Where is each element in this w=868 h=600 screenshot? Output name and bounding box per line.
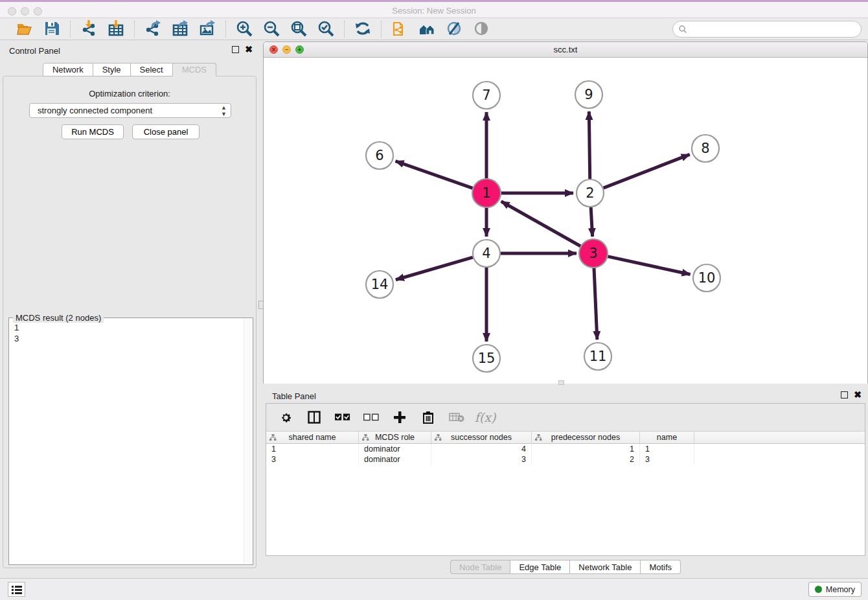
- select-all-icon[interactable]: [335, 410, 350, 425]
- result-scrollbar[interactable]: [244, 319, 252, 564]
- close-panel-button[interactable]: Close panel: [132, 124, 200, 139]
- network-graph: 7968124314101511: [264, 58, 867, 384]
- eye-icon[interactable]: [472, 20, 490, 38]
- network-canvas[interactable]: 7968124314101511: [264, 58, 867, 384]
- graph-node-label-15: 15: [478, 351, 496, 366]
- zoom-out-icon[interactable]: [262, 20, 280, 38]
- node-table: shared nameMCDS rolesuccessor nodesprede…: [266, 431, 865, 465]
- cell-name[interactable]: 3: [640, 454, 694, 465]
- cell-shared-name[interactable]: 3: [266, 454, 359, 465]
- unselect-all-icon[interactable]: [363, 410, 379, 425]
- tab-edge-table[interactable]: Edge Table: [510, 560, 570, 574]
- graph-node-label-7: 7: [482, 87, 490, 103]
- toolbar-group: [382, 20, 499, 38]
- edge-4-14[interactable]: [396, 257, 473, 280]
- edge-3-11[interactable]: [594, 268, 597, 340]
- tab-network[interactable]: Network: [43, 63, 93, 76]
- network-window-titlebar[interactable]: × – + scc.txt: [264, 42, 867, 58]
- save-session-icon[interactable]: [43, 20, 61, 38]
- zoom-in-icon[interactable]: [235, 20, 253, 38]
- column-header-MCDS-role[interactable]: MCDS role: [359, 432, 431, 443]
- cell-predecessor-nodes[interactable]: 2: [532, 454, 640, 465]
- table-row[interactable]: 1dominator411: [266, 444, 865, 454]
- import-network-icon[interactable]: [80, 20, 98, 38]
- app-title-bar: Session: New Session: [0, 0, 868, 18]
- export-network-icon[interactable]: [144, 20, 162, 38]
- criterion-dropdown[interactable]: strongly connected component ▲▼: [29, 103, 231, 118]
- horizontal-splitter-grip[interactable]: [558, 380, 564, 385]
- task-history-button[interactable]: [8, 582, 25, 597]
- mcds-tab-content: Optimization criterion: strongly connect…: [3, 76, 257, 568]
- edge-1-6[interactable]: [396, 161, 474, 189]
- graph-node-label-14: 14: [371, 277, 389, 292]
- home-icon[interactable]: [418, 20, 436, 38]
- column-header-predecessor-nodes[interactable]: predecessor nodes: [532, 432, 640, 443]
- edge-2-3[interactable]: [591, 207, 592, 237]
- tab-network-table[interactable]: Network Table: [570, 560, 641, 574]
- cell-name[interactable]: 1: [640, 444, 694, 454]
- control-panel-close-icon[interactable]: ✖: [245, 46, 253, 53]
- cell-MCDS-role[interactable]: dominator: [359, 454, 431, 465]
- delete-rows-icon[interactable]: [420, 410, 436, 425]
- toolbar-group: [71, 20, 134, 38]
- add-row-icon[interactable]: [392, 410, 407, 425]
- edge-2-9[interactable]: [589, 111, 589, 179]
- table-header-row: shared nameMCDS rolesuccessor nodesprede…: [266, 431, 865, 444]
- list-icon: [12, 585, 22, 594]
- import-table-icon[interactable]: [107, 20, 125, 38]
- refresh-icon[interactable]: [354, 20, 372, 38]
- edge-3-1[interactable]: [501, 202, 581, 246]
- open-session-icon[interactable]: [16, 20, 34, 38]
- cell-MCDS-role[interactable]: dominator: [359, 444, 431, 454]
- toolbar-group: [6, 20, 70, 38]
- chevron-updown-icon: ▲▼: [221, 104, 227, 117]
- cell-successor-nodes[interactable]: 4: [431, 444, 532, 454]
- column-header-shared-name[interactable]: shared name: [266, 432, 359, 443]
- tab-node-table[interactable]: Node Table: [450, 560, 511, 574]
- control-panel-float-button[interactable]: [232, 46, 239, 53]
- table-panel-float-button[interactable]: [841, 391, 848, 398]
- control-panel: Control Panel ✖ NetworkStyleSelectMCDS O…: [0, 40, 259, 570]
- zoom-selected-icon[interactable]: [317, 20, 335, 38]
- graph-node-label-1: 1: [482, 185, 490, 201]
- table-panel-close-icon[interactable]: ✖: [854, 391, 862, 398]
- edge-3-10[interactable]: [607, 257, 690, 275]
- search-icon: [678, 25, 687, 34]
- graph-node-label-10: 10: [698, 270, 716, 286]
- toolbar-group: [226, 20, 344, 38]
- search-input[interactable]: [672, 21, 862, 38]
- export-table-icon[interactable]: [171, 20, 189, 38]
- control-panel-tabs: NetworkStyleSelectMCDS: [0, 63, 259, 76]
- optimization-criterion-label: Optimization criterion:: [3, 89, 256, 98]
- run-mcds-button[interactable]: Run MCDS: [62, 124, 124, 139]
- tab-motifs[interactable]: Motifs: [641, 560, 681, 574]
- tab-mcds[interactable]: MCDS: [173, 63, 216, 76]
- function-builder-icon: f(x): [477, 410, 493, 425]
- export-image-icon[interactable]: [198, 20, 216, 38]
- delete-table-icon: [449, 410, 464, 425]
- show-columns-icon[interactable]: [306, 410, 322, 425]
- cell-predecessor-nodes[interactable]: 1: [532, 444, 640, 454]
- table-row[interactable]: 3dominator323: [266, 454, 865, 465]
- toolbar-group: [345, 20, 381, 38]
- graph-node-label-6: 6: [375, 148, 383, 163]
- table-toolbar: f(x): [266, 404, 865, 431]
- network-from-file-icon[interactable]: [391, 20, 409, 38]
- column-header-successor-nodes[interactable]: successor nodes: [431, 432, 532, 443]
- memory-button[interactable]: Memory: [808, 582, 862, 597]
- settings-gear-icon[interactable]: [278, 410, 293, 425]
- graph-node-label-8: 8: [701, 141, 709, 156]
- cell-shared-name[interactable]: 1: [266, 444, 359, 454]
- tab-select[interactable]: Select: [131, 63, 173, 76]
- edge-2-8[interactable]: [604, 154, 690, 188]
- toolbar-group: [135, 20, 225, 38]
- column-header-name[interactable]: name: [640, 432, 694, 443]
- tab-style[interactable]: Style: [93, 63, 131, 76]
- zoom-fit-icon[interactable]: [290, 20, 308, 38]
- memory-status-dot: [815, 586, 822, 593]
- cell-successor-nodes[interactable]: 3: [431, 454, 532, 465]
- graph-node-label-9: 9: [584, 87, 593, 102]
- hide-glasses-icon[interactable]: [445, 20, 463, 38]
- criterion-dropdown-value: strongly connected component: [38, 106, 152, 115]
- graph-node-label-3: 3: [589, 246, 597, 261]
